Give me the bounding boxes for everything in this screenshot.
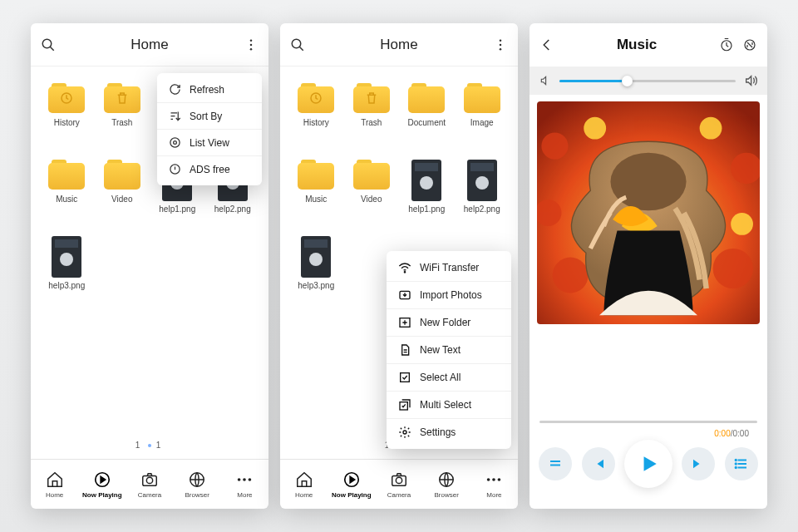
playlist-button[interactable] (725, 447, 758, 480)
folder-item[interactable]: Video (344, 160, 400, 231)
tab-now-playing[interactable]: Now Playing (328, 460, 375, 509)
menu-label: Multi Select (420, 399, 471, 411)
menu-item-refresh[interactable]: Refresh (157, 76, 262, 102)
menu-item-multi-select[interactable]: Multi Select (387, 391, 511, 418)
volume-slider[interactable] (559, 80, 736, 82)
shuffle-icon (548, 456, 563, 471)
tab-camera[interactable]: Camera (126, 460, 173, 509)
file-label: History (288, 118, 344, 127)
menu-item-new-text[interactable]: New Text (387, 336, 511, 363)
page-title: Music (554, 37, 719, 53)
topbar: Home (31, 23, 268, 66)
menu-item-wifi-transfer[interactable]: WiFi Transfer (387, 254, 511, 281)
svg-rect-34 (401, 373, 410, 382)
tab-browser[interactable]: Browser (174, 460, 221, 509)
play-button[interactable] (624, 440, 672, 488)
svg-point-42 (541, 133, 568, 160)
action-menu[interactable]: WiFi Transfer Import Photos New Folder N… (387, 251, 511, 449)
svg-point-52 (735, 460, 736, 461)
menu-item-import-photos[interactable]: Import Photos (387, 281, 511, 308)
player-controls (530, 439, 767, 509)
folder-icon (408, 83, 445, 113)
file-label: Music (288, 195, 344, 204)
svg-marker-39 (541, 76, 545, 84)
phone-mid: Home History Trash Document Image (280, 23, 518, 509)
kebab-icon[interactable] (493, 37, 508, 52)
menu-label: WiFi Transfer (420, 262, 479, 273)
play-icon (638, 453, 659, 475)
folder-item[interactable]: Image (455, 83, 510, 155)
tab-browser[interactable]: Browser (423, 460, 470, 509)
camera-icon (390, 470, 408, 489)
tab-more[interactable]: More (470, 460, 518, 509)
svg-point-26 (396, 477, 401, 483)
folder-item[interactable]: Trash (344, 83, 400, 155)
folder-icon (353, 83, 390, 113)
folder-item[interactable]: Music (288, 160, 344, 231)
settings-icon (398, 426, 411, 439)
menu-item-ads-free[interactable]: ADS free (157, 155, 262, 182)
more-icon (235, 470, 254, 489)
tab-home[interactable]: Home (280, 460, 328, 509)
image-item[interactable]: help3.png (288, 236, 344, 308)
folder-icon (464, 83, 500, 113)
search-icon[interactable] (41, 37, 56, 52)
scrub-bar[interactable]: 0:00/0:00 (530, 421, 767, 439)
svg-point-13 (249, 478, 252, 481)
menu-item-list-view[interactable]: List View (157, 129, 262, 155)
tab-camera[interactable]: Camera (375, 460, 422, 509)
tab-label: More (486, 491, 501, 499)
repeat-icon[interactable] (742, 37, 757, 52)
folder-item[interactable]: History (288, 83, 344, 155)
time-label: 0:00/0:00 (714, 429, 749, 438)
menu-label: Sort By (190, 111, 222, 122)
svg-point-47 (584, 117, 606, 140)
globe-icon (188, 470, 206, 489)
top-menu[interactable]: Refresh Sort By List View ADS free (157, 73, 262, 185)
kebab-icon[interactable] (244, 37, 259, 52)
file-label: History (39, 118, 95, 127)
volume-low-icon[interactable] (539, 75, 551, 86)
tab-more[interactable]: More (221, 460, 268, 509)
folder-item[interactable]: Trash (95, 83, 150, 155)
image-item[interactable]: help1.png (399, 160, 455, 231)
svg-point-36 (403, 431, 406, 434)
menu-label: Refresh (190, 84, 224, 96)
menu-item-settings[interactable]: Settings (387, 418, 511, 446)
image-item[interactable]: help2.png (455, 160, 510, 231)
thumbnail (52, 236, 81, 278)
globe-icon (437, 470, 456, 489)
folder-item[interactable]: History (39, 83, 95, 155)
prev-button[interactable] (582, 447, 615, 480)
topbar: Home (280, 23, 518, 66)
tab-now-playing[interactable]: Now Playing (78, 460, 126, 509)
folder-item[interactable]: Document (399, 83, 455, 155)
svg-point-50 (610, 153, 686, 211)
tab-label: More (237, 491, 252, 499)
play-circle-icon (342, 470, 361, 489)
thumbnail (301, 236, 331, 278)
back-icon[interactable] (539, 37, 554, 52)
menu-item-new-folder[interactable]: New Folder (387, 308, 511, 336)
newfolder-icon (398, 316, 411, 329)
folder-item[interactable]: Music (39, 160, 95, 231)
volume-high-icon[interactable] (744, 74, 757, 87)
folder-icon (48, 83, 85, 113)
folder-item[interactable]: Video (95, 160, 150, 231)
svg-point-0 (42, 39, 52, 48)
next-icon (691, 456, 706, 471)
image-item[interactable]: help3.png (39, 236, 95, 308)
thumbnail (467, 160, 497, 201)
menu-item-sort-by[interactable]: Sort By (157, 102, 262, 129)
tab-home[interactable]: Home (31, 460, 78, 509)
timer-icon[interactable] (719, 37, 734, 52)
album-art (537, 101, 760, 324)
next-button[interactable] (682, 447, 715, 480)
menu-item-select-all[interactable]: Select All (387, 363, 511, 391)
tab-label: Camera (138, 491, 161, 499)
menu-label: List View (190, 137, 229, 149)
search-icon[interactable] (290, 37, 305, 52)
more-icon (485, 470, 503, 489)
page-title: Home (56, 37, 244, 53)
shuffle-button[interactable] (539, 447, 572, 480)
